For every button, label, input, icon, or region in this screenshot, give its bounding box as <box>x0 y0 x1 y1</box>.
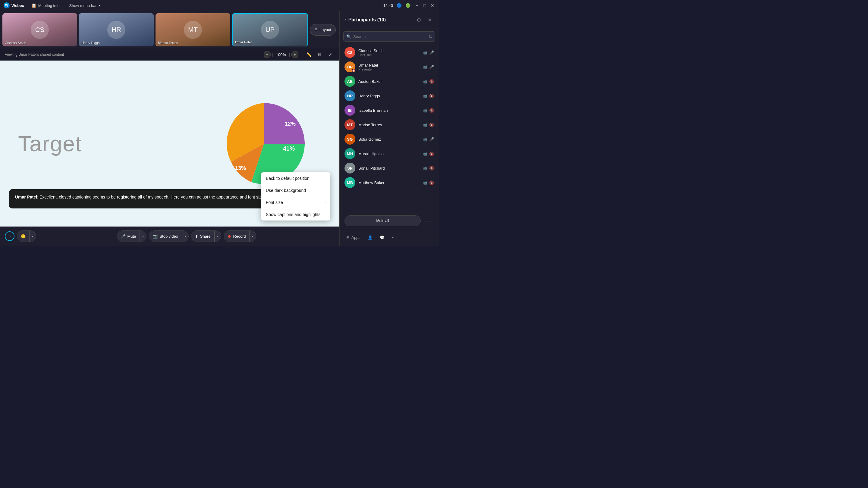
video-combo-btn: 📷 Stop video ▾ <box>149 230 188 242</box>
chevron-right-icon: › <box>324 200 326 204</box>
mute-label: Mute <box>127 234 136 238</box>
participant-item-sofia-gomez[interactable]: SG Sofia Gomez 📹 🎤 <box>340 132 439 147</box>
viewing-text: Viewing Umar Patel's shared content <box>5 53 64 57</box>
participant-info-clarissa: Clarissa Smith Host, me <box>358 48 420 57</box>
mute-caret[interactable]: ▾ <box>140 231 146 241</box>
record-button[interactable]: ⏺ Record <box>224 231 250 241</box>
participant-item-murad-higgins[interactable]: MH Murad Higgins 📹 🔇 <box>340 147 439 161</box>
layout-label: Layout <box>319 27 331 32</box>
participant-info-isabella: Isabella Brennan <box>358 108 420 113</box>
pencil-icon-btn[interactable]: ✏️ <box>304 50 313 59</box>
avatar-umar: UP ▶ <box>344 61 355 72</box>
participant-controls-sonali: 📹 🔇 <box>423 166 434 170</box>
share-combo-btn: ⬆ Share ▾ <box>191 230 221 242</box>
thumbnail-henry-riggs[interactable]: HR 🎤 Henry Riggs <box>79 13 154 46</box>
presenter-badge-umar: ▶ <box>352 69 356 73</box>
reactions-icon: 🙂 <box>21 234 26 238</box>
panel-bottom-icons: ⊞ Apps 👤 💬 ⋯ <box>340 229 439 246</box>
context-menu-item-default-position[interactable]: Back to default position <box>261 172 330 184</box>
thumbnail-clarissa-smith[interactable]: CS Clarissa Smith <box>2 13 77 46</box>
minimize-button[interactable]: − <box>414 3 420 8</box>
reactions-caret[interactable]: ▾ <box>30 231 36 241</box>
screen-icon-btn[interactable]: 🖥 <box>315 50 324 59</box>
panel-more-options-button[interactable]: ⋯ <box>423 216 434 226</box>
video-icon: 📷 <box>153 234 158 238</box>
zoom-controls: − | 100% | + <box>264 51 299 58</box>
context-menu-item-font-size[interactable]: Font size › <box>261 196 330 208</box>
context-menu-item-dark-background[interactable]: Use dark background <box>261 184 330 196</box>
participant-info-austen: Austen Baker <box>358 79 420 84</box>
participant-role-clarissa: Host, me <box>358 53 420 57</box>
video-caret[interactable]: ▾ <box>182 231 188 241</box>
participants-count: (10) <box>377 17 386 22</box>
video-icon-murad: 📹 <box>423 152 427 156</box>
participant-controls-murad: 📹 🔇 <box>423 152 434 156</box>
mic-muted-icon-matthew: 🔇 <box>429 181 434 185</box>
stop-video-button[interactable]: 📷 Stop video <box>149 231 182 241</box>
participant-role-umar: Presenter <box>358 67 420 71</box>
people-icon: 👤 <box>368 235 373 240</box>
sort-button[interactable]: ⇅ <box>429 34 432 39</box>
video-icon-umar: 📹 <box>423 65 427 69</box>
slide-title: Target <box>18 131 82 156</box>
titlebar: W Webex 📋 Meeting info Show menu bar ▾ 1… <box>0 0 439 11</box>
participant-item-matthew-baker[interactable]: MB Matthew Baker 📹 🔇 <box>340 175 439 190</box>
video-icon-sonali: 📹 <box>423 166 427 170</box>
reactions-button[interactable]: 🙂 <box>17 231 30 241</box>
participant-name-clarissa: Clarissa Smith <box>358 48 420 53</box>
zoom-in-button[interactable]: + <box>291 51 299 58</box>
participant-name-sonali: Sonali Pitchard <box>358 166 420 170</box>
participant-item-isabella-brennan[interactable]: IB Isabella Brennan 📹 🔇 <box>340 103 439 118</box>
maximize-icon: □ <box>424 3 426 8</box>
thumbnail-marise-torres[interactable]: MT 🎤 Marise Torres <box>156 13 230 46</box>
panel-collapse-icon[interactable]: ‹ <box>344 18 346 22</box>
thumbnail-strip: CS Clarissa Smith HR 🎤 Henry Riggs MT 🎤 … <box>0 11 339 48</box>
participant-controls-isabella: 📹 🔇 <box>423 108 434 113</box>
panel-title: Participants (10) <box>348 17 412 23</box>
content-area: CS Clarissa Smith HR 🎤 Henry Riggs MT 🎤 … <box>0 11 339 246</box>
participant-item-marise-torres[interactable]: MT Marise Torres 📹 🔇 <box>340 118 439 132</box>
participants-icon-button[interactable]: 👤 <box>365 233 375 241</box>
avatar-murad: MH <box>344 148 355 159</box>
close-button[interactable]: ✕ <box>430 3 435 8</box>
panel-popout-button[interactable]: ⬡ <box>415 16 423 24</box>
share-button[interactable]: ⬆ Share <box>191 231 215 241</box>
panel-close-button[interactable]: ✕ <box>426 16 434 24</box>
main-container: CS Clarissa Smith HR 🎤 Henry Riggs MT 🎤 … <box>0 11 439 246</box>
participant-item-clarissa-smith[interactable]: CS Clarissa Smith Host, me 📹 🎤 <box>340 45 439 60</box>
record-caret[interactable]: ▾ <box>250 231 256 241</box>
fullscreen-icon-btn[interactable]: ⤢ <box>326 50 335 59</box>
share-caret[interactable]: ▾ <box>215 231 221 241</box>
apps-button[interactable]: ⊞ Apps <box>343 233 364 241</box>
show-menu-button[interactable]: Show menu bar ▾ <box>67 2 102 9</box>
participant-item-austen-baker[interactable]: AB Austen Baker 📹 🔇 <box>340 74 439 89</box>
participant-item-umar-patel[interactable]: UP ▶ Umar Patel Presenter 📹 🎤 <box>340 60 439 74</box>
maximize-button[interactable]: □ <box>422 3 427 8</box>
record-icon: ⏺ <box>227 234 231 238</box>
record-combo-btn: ⏺ Record ▾ <box>224 230 256 242</box>
show-menu-label: Show menu bar <box>69 3 97 8</box>
thumbnail-umar-patel[interactable]: UP 🎤 Umar Patel <box>232 13 308 46</box>
mic-muted-icon-austen: 🔇 <box>429 79 434 84</box>
activity-indicator[interactable]: ○ <box>5 231 14 241</box>
meeting-info-button[interactable]: 📋 Meeting info <box>29 2 62 9</box>
video-icon-sofia: 📹 <box>423 137 427 141</box>
mute-all-button[interactable]: Mute all <box>344 216 421 226</box>
layout-icon: ⊞ <box>314 27 318 32</box>
titlebar-right: 12:40 🔵 🟢 − □ ✕ <box>383 3 435 8</box>
layout-button[interactable]: ⊞ Layout <box>310 24 336 36</box>
more-icon-button[interactable]: ⋯ <box>389 233 399 241</box>
participant-item-sonali-pitchard[interactable]: SP Sonali Pitchard 📹 🔇 <box>340 161 439 175</box>
share-icon: ⬆ <box>195 234 198 238</box>
participant-item-henry-riggs[interactable]: HR Henry Riggs 📹 🔇 <box>340 89 439 103</box>
mic-icon: 🎤 <box>121 234 126 238</box>
context-menu-label-dark: Use dark background <box>266 188 306 193</box>
context-menu-item-show-captions[interactable]: Show captions and highlights <box>261 208 330 221</box>
zoom-out-button[interactable]: − <box>264 51 271 58</box>
participant-name-matthew: Matthew Baker <box>358 181 420 185</box>
mute-button[interactable]: 🎤 Mute <box>117 231 140 241</box>
chat-icon-button[interactable]: 💬 <box>377 233 388 241</box>
search-input[interactable] <box>343 31 435 41</box>
context-menu-label-font: Font size <box>266 200 283 205</box>
activity-icon: ○ <box>8 234 10 238</box>
